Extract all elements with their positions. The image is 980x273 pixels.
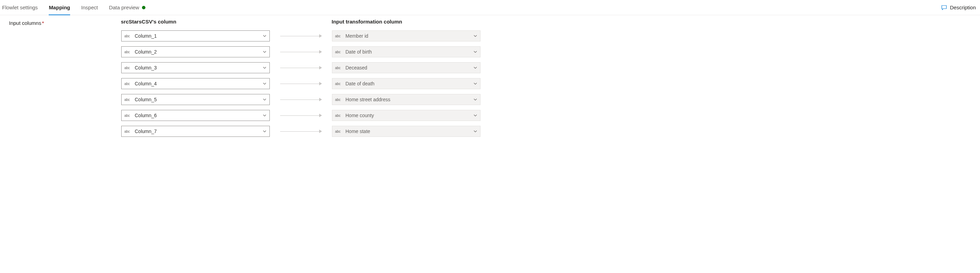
mapping-row: abcColumn_6abcHome county [93,109,973,122]
tab-label: Mapping [49,5,70,10]
chevron-down-icon [473,97,477,102]
type-tag: abc [335,98,343,102]
target-column-header: Input transformation column [332,19,402,24]
mapping-row: abcColumn_5abcHome street address [93,93,973,106]
type-tag: abc [124,98,132,102]
source-column-value: Column_6 [135,113,262,118]
type-tag: abc [124,50,132,54]
arrow-right-icon [280,99,321,100]
mapping-arrow [270,84,332,84]
target-column-value: Home state [345,129,473,134]
target-column-dropdown[interactable]: abcDate of death [332,78,480,89]
target-column-dropdown[interactable]: abcDate of birth [332,46,480,57]
tab-label: Flowlet settings [2,5,38,10]
mapping-row: abcColumn_7abcHome state [93,125,973,138]
source-column-value: Column_5 [135,97,262,102]
source-column-value: Column_4 [135,81,262,86]
mapping-arrow [270,68,332,68]
target-column-value: Deceased [345,65,473,70]
target-column-value: Home street address [345,97,473,102]
comment-icon [941,5,947,11]
target-column-value: Home county [345,113,473,118]
chevron-down-icon [473,113,477,118]
type-tag: abc [335,66,343,70]
target-column-value: Member id [345,33,473,39]
chevron-down-icon [473,65,477,70]
chevron-down-icon [262,65,267,70]
type-tag: abc [124,129,132,133]
status-dot-icon [142,6,145,10]
arrow-right-icon [280,36,321,36]
source-column-dropdown[interactable]: abcColumn_3 [121,62,270,73]
chevron-down-icon [262,113,267,118]
type-tag: abc [124,34,132,38]
source-column-dropdown[interactable]: abcColumn_1 [121,30,270,42]
description-label: Description [950,5,976,10]
mapping-row: abcColumn_3abcDeceased [93,61,973,74]
tab-label: Data preview [109,5,139,10]
target-column-value: Date of death [345,81,473,86]
source-column-value: Column_7 [135,129,262,134]
chevron-down-icon [262,81,267,86]
type-tag: abc [124,114,132,118]
target-column-value: Date of birth [345,49,473,54]
mapping-arrow [270,131,332,132]
chevron-down-icon [473,50,477,54]
tab-flowlet-settings[interactable]: Flowlet settings [2,0,38,15]
mapping-arrow [270,115,332,116]
mapping-row: abcColumn_1abcMember id [93,29,973,43]
arrow-right-icon [280,52,321,52]
tab-data-preview[interactable]: Data preview [109,0,145,15]
arrow-right-icon [280,84,321,84]
target-column-dropdown[interactable]: abcMember id [332,30,480,42]
chevron-down-icon [262,97,267,102]
source-column-value: Column_2 [135,49,262,54]
source-column-header: srcStarsCSV's column [121,19,269,24]
chevron-down-icon [262,34,267,38]
target-column-dropdown[interactable]: abcHome street address [332,94,480,105]
tab-label: Inspect [81,5,98,10]
chevron-down-icon [473,81,477,86]
type-tag: abc [335,34,343,38]
required-mark: * [42,20,44,26]
chevron-down-icon [473,129,477,133]
type-tag: abc [124,82,132,86]
type-tag: abc [335,82,343,86]
mapping-arrow [270,36,332,36]
chevron-down-icon [262,129,267,133]
tab-bar: Flowlet settings Mapping Inspect Data pr… [0,0,980,15]
source-column-dropdown[interactable]: abcColumn_6 [121,110,270,121]
mapping-arrow [270,52,332,52]
target-column-dropdown[interactable]: abcHome state [332,126,480,137]
chevron-down-icon [262,50,267,54]
chevron-down-icon [473,34,477,38]
tab-mapping[interactable]: Mapping [49,0,70,15]
tab-inspect[interactable]: Inspect [81,0,98,15]
input-columns-label: Input columns* [0,19,93,138]
target-column-dropdown[interactable]: abcDeceased [332,62,480,73]
source-column-dropdown[interactable]: abcColumn_4 [121,78,270,89]
source-column-dropdown[interactable]: abcColumn_5 [121,94,270,105]
type-tag: abc [335,114,343,118]
source-column-dropdown[interactable]: abcColumn_2 [121,46,270,57]
arrow-right-icon [280,68,321,68]
arrow-right-icon [280,131,321,132]
source-column-value: Column_1 [135,33,262,39]
mapping-arrow [270,99,332,100]
description-link[interactable]: Description [941,5,978,11]
target-column-dropdown[interactable]: abcHome county [332,110,480,121]
source-column-dropdown[interactable]: abcColumn_7 [121,126,270,137]
mapping-row: abcColumn_4abcDate of death [93,77,973,90]
mapping-row: abcColumn_2abcDate of birth [93,45,973,58]
arrow-right-icon [280,115,321,116]
type-tag: abc [124,66,132,70]
type-tag: abc [335,50,343,54]
source-column-value: Column_3 [135,65,262,70]
type-tag: abc [335,129,343,133]
